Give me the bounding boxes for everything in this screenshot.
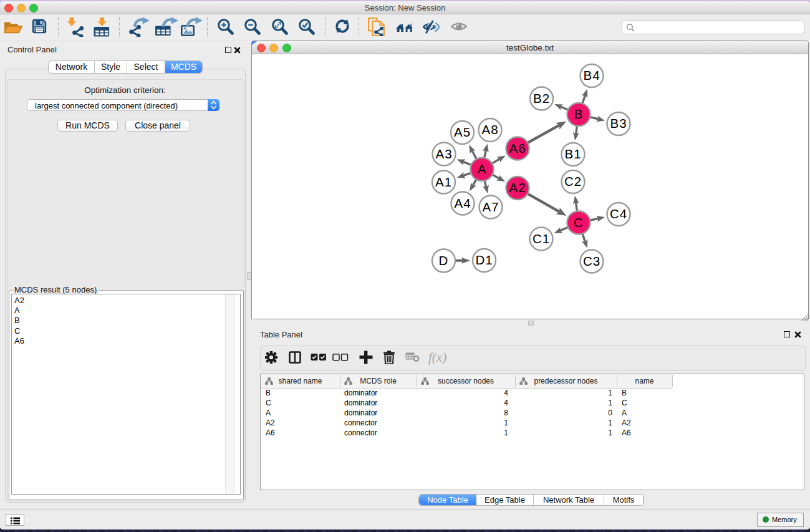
svg-text:A5: A5 — [454, 125, 471, 139]
svg-text:A8: A8 — [481, 122, 498, 137]
svg-text:A1: A1 — [435, 175, 452, 189]
svg-text:C3: C3 — [583, 254, 600, 268]
svg-text:C1: C1 — [533, 231, 550, 246]
svg-text:C: C — [574, 215, 584, 230]
svg-text:B4: B4 — [583, 68, 600, 82]
svg-text:C2: C2 — [564, 174, 582, 188]
svg-text:B1: B1 — [564, 147, 581, 161]
svg-text:A2: A2 — [509, 180, 526, 195]
svg-text:A4: A4 — [454, 196, 471, 210]
svg-text:B: B — [574, 107, 584, 121]
svg-text:B3: B3 — [610, 116, 627, 130]
svg-text:A6: A6 — [509, 141, 526, 155]
svg-text:D: D — [439, 253, 449, 268]
svg-text:A7: A7 — [482, 200, 499, 214]
svg-text:C4: C4 — [610, 206, 627, 221]
svg-text:B2: B2 — [533, 91, 550, 105]
svg-text:D1: D1 — [475, 253, 493, 267]
svg-text:A3: A3 — [435, 147, 452, 161]
svg-text:A: A — [478, 162, 487, 176]
